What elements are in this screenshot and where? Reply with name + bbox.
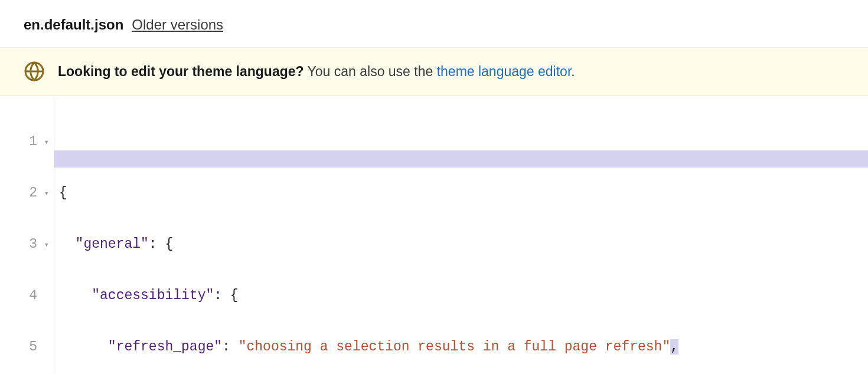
code-line[interactable]: "accessibility": { <box>59 287 868 304</box>
code-area[interactable]: { "general": { "accessibility": { "refre… <box>54 96 868 374</box>
fold-icon[interactable]: ▾ <box>44 133 49 150</box>
line-number-gutter: 1▾ 2▾ 3▾ 4 5 6 7▾ 8 9 10 11▾ 12 13 14 15… <box>0 96 54 374</box>
line-number: 3▾ <box>0 236 50 253</box>
code-line[interactable]: { <box>59 185 868 202</box>
banner-period: . <box>571 64 575 79</box>
banner-bold: Looking to edit your theme language? <box>58 64 304 79</box>
info-banner: Looking to edit your theme language? You… <box>0 48 868 96</box>
line-number: 1▾ <box>0 133 50 150</box>
file-header: en.default.json Older versions <box>0 0 868 48</box>
code-line[interactable]: "general": { <box>59 236 868 253</box>
banner-text: Looking to edit your theme language? You… <box>58 64 575 80</box>
banner-rest: You can also use the <box>304 64 437 79</box>
file-name: en.default.json <box>24 17 123 33</box>
line-number: 4 <box>0 287 50 304</box>
theme-language-editor-link[interactable]: theme language editor <box>437 64 572 79</box>
older-versions-link[interactable]: Older versions <box>132 17 223 33</box>
fold-icon[interactable]: ▾ <box>44 185 49 202</box>
globe-icon <box>24 61 45 82</box>
fold-icon[interactable]: ▾ <box>44 236 49 253</box>
code-editor[interactable]: 1▾ 2▾ 3▾ 4 5 6 7▾ 8 9 10 11▾ 12 13 14 15… <box>0 96 868 374</box>
line-number: 2▾ <box>0 185 50 202</box>
code-line[interactable]: "refresh_page": "choosing a selection re… <box>59 339 868 356</box>
line-number: 5 <box>0 339 50 356</box>
